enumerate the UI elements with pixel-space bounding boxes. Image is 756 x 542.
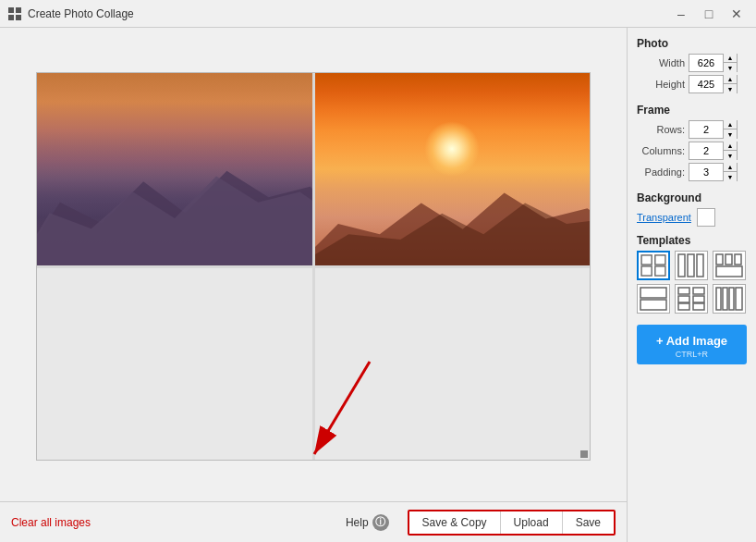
add-image-label: + Add Image — [644, 334, 739, 348]
width-up-button[interactable]: ▲ — [724, 54, 737, 63]
help-label: Help — [346, 516, 369, 529]
svg-rect-8 — [641, 266, 652, 276]
template-4-icon — [640, 287, 667, 311]
svg-rect-10 — [678, 254, 685, 277]
svg-rect-16 — [716, 266, 742, 277]
svg-rect-9 — [655, 266, 665, 276]
svg-rect-28 — [736, 288, 742, 310]
svg-rect-21 — [678, 296, 689, 302]
svg-rect-17 — [640, 288, 666, 298]
photo-section-title: Photo — [637, 37, 747, 50]
width-arrows: ▲ ▼ — [723, 54, 737, 72]
columns-label: Columns: — [637, 145, 685, 156]
svg-rect-7 — [655, 255, 665, 265]
padding-spinner: ▲ ▼ — [689, 163, 738, 181]
svg-rect-26 — [723, 288, 727, 310]
columns-down-button[interactable]: ▼ — [724, 151, 737, 160]
svg-rect-11 — [688, 254, 694, 277]
background-section-title: Background — [637, 191, 747, 204]
svg-rect-18 — [640, 300, 666, 310]
svg-rect-27 — [729, 288, 734, 310]
rows-label: Rows: — [637, 124, 685, 135]
height-label: Height — [637, 79, 685, 90]
rows-arrows: ▲ ▼ — [723, 120, 737, 139]
save-button[interactable]: Save — [563, 511, 614, 534]
columns-row: Columns: ▲ ▼ — [637, 142, 747, 160]
rows-up-button[interactable]: ▲ — [724, 120, 737, 129]
resize-handle[interactable] — [580, 450, 588, 458]
width-spinner: ▲ ▼ — [689, 54, 738, 72]
height-arrows: ▲ ▼ — [723, 75, 737, 93]
canvas-area: Clear all images Help ⓘ Save & Copy Uplo… — [0, 28, 627, 542]
width-input[interactable] — [689, 55, 723, 71]
height-up-button[interactable]: ▲ — [724, 75, 737, 84]
frame-section: Frame Rows: ▲ ▼ Columns: ▲ ▼ — [637, 104, 747, 184]
collage-cell-3[interactable] — [315, 268, 591, 461]
clear-all-link[interactable]: Clear all images — [11, 516, 91, 529]
template-4-button[interactable] — [637, 284, 670, 314]
collage-cell-0[interactable] — [37, 73, 312, 265]
color-swatch[interactable] — [697, 208, 715, 227]
save-copy-button[interactable]: Save & Copy — [409, 511, 501, 534]
templates-section-title: Templates — [637, 234, 747, 247]
padding-row: Padding: ▲ ▼ — [637, 163, 747, 181]
svg-rect-20 — [693, 288, 704, 294]
collage-cell-2[interactable] — [37, 268, 312, 461]
padding-down-button[interactable]: ▼ — [724, 172, 737, 181]
svg-rect-13 — [716, 254, 723, 265]
background-row: Transparent — [637, 208, 747, 227]
transparent-link[interactable]: Transparent — [637, 212, 691, 223]
template-2-icon — [677, 253, 705, 277]
frame-section-title: Frame — [637, 104, 747, 117]
svg-rect-14 — [726, 254, 732, 265]
svg-rect-2 — [8, 15, 14, 20]
help-section: Help ⓘ — [346, 514, 389, 531]
svg-rect-19 — [678, 288, 689, 294]
svg-rect-6 — [641, 255, 652, 265]
minimize-button[interactable]: – — [669, 5, 693, 23]
rows-input[interactable] — [689, 121, 723, 138]
help-icon[interactable]: ⓘ — [372, 514, 389, 531]
right-panel: Photo Width ▲ ▼ Height ▲ ▼ — [627, 28, 756, 542]
svg-rect-3 — [16, 15, 21, 20]
columns-up-button[interactable]: ▲ — [724, 142, 737, 151]
templates-section: Templates — [637, 234, 747, 314]
padding-input[interactable] — [689, 164, 723, 180]
columns-spinner: ▲ ▼ — [689, 142, 738, 160]
collage-cell-1[interactable] — [315, 73, 591, 265]
padding-label: Padding: — [637, 166, 685, 178]
width-row: Width ▲ ▼ — [637, 54, 747, 72]
template-2-button[interactable] — [675, 251, 708, 280]
background-section: Background Transparent — [637, 191, 747, 227]
height-row: Height ▲ ▼ — [637, 75, 747, 93]
window-title: Create Photo Collage — [28, 7, 669, 20]
rows-row: Rows: ▲ ▼ — [637, 120, 747, 139]
height-input[interactable] — [689, 76, 723, 92]
rows-down-button[interactable]: ▼ — [724, 129, 737, 139]
upload-button[interactable]: Upload — [501, 511, 563, 534]
padding-up-button[interactable]: ▲ — [724, 163, 737, 172]
action-buttons-group: Save & Copy Upload Save — [408, 510, 616, 536]
template-5-button[interactable] — [675, 284, 708, 314]
height-spinner: ▲ ▼ — [689, 75, 738, 93]
svg-rect-0 — [8, 7, 14, 13]
columns-input[interactable] — [689, 142, 723, 159]
add-image-button[interactable]: + Add Image CTRL+R — [637, 325, 747, 364]
svg-rect-12 — [697, 254, 703, 277]
rows-spinner: ▲ ▼ — [689, 120, 738, 139]
window-controls: – □ ✕ — [669, 5, 749, 23]
template-6-button[interactable] — [713, 284, 746, 314]
width-label: Width — [637, 57, 685, 68]
collage-container[interactable] — [0, 28, 627, 501]
template-1-button[interactable] — [637, 251, 670, 280]
template-3-button[interactable] — [713, 251, 746, 280]
template-5-icon — [677, 287, 705, 311]
close-button[interactable]: ✕ — [725, 5, 749, 23]
width-down-button[interactable]: ▼ — [724, 63, 737, 72]
height-down-button[interactable]: ▼ — [724, 84, 737, 93]
title-bar: Create Photo Collage – □ ✕ — [0, 0, 756, 28]
svg-rect-15 — [735, 254, 741, 265]
maximize-button[interactable]: □ — [697, 5, 721, 23]
template-1-icon — [640, 254, 666, 277]
svg-rect-25 — [716, 288, 721, 310]
